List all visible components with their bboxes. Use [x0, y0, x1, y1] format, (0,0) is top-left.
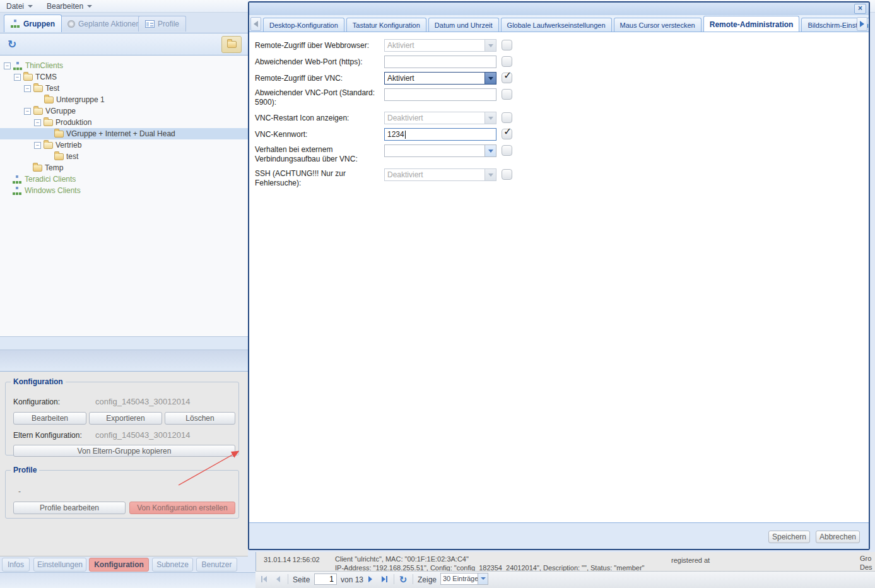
tree-item-vgruppe-internet-dual-head[interactable]: VGruppe + Internet + Dual Head: [0, 128, 248, 139]
tree-item-teradici-clients[interactable]: Teradici Clients: [0, 173, 248, 185]
web-port-input[interactable]: [384, 56, 496, 68]
tab-label: Maus Cursor verstecken: [620, 21, 695, 29]
tab-label: Remote-Administration: [710, 20, 794, 29]
copy-from-parent-label: Von Eltern-Gruppe kopieren: [78, 447, 172, 456]
previous-page-button[interactable]: [273, 574, 284, 584]
org-chart-icon: [13, 187, 22, 195]
tab-geplante-aktionen[interactable]: Geplante Aktionen: [61, 16, 147, 32]
collapse-icon[interactable]: −: [24, 85, 31, 92]
vnc-verhalten-select[interactable]: [384, 144, 496, 157]
tab-maus-cursor-verstecken[interactable]: Maus Cursor verstecken: [614, 18, 702, 32]
remote-vnc-select[interactable]: Aktiviert: [384, 72, 496, 85]
tab-datum-und-uhrzeit[interactable]: Datum und Uhrzeit: [428, 18, 499, 32]
tree-item-vgruppe[interactable]: − VGruppe: [0, 105, 248, 117]
vnc-password-override-checkbox[interactable]: ✓: [502, 129, 512, 139]
chevron-down-icon[interactable]: [478, 573, 488, 584]
dialog-title-bar: [249, 3, 869, 15]
tab-konfiguration-label: Konfiguration: [94, 560, 144, 569]
separator: [394, 574, 394, 584]
collapse-icon[interactable]: −: [4, 62, 11, 69]
folder-icon: [227, 41, 237, 48]
show-label: Zeige: [418, 575, 437, 584]
tab-scroll-right-button[interactable]: [857, 17, 867, 31]
new-group-button[interactable]: [221, 36, 242, 53]
text-cursor: [405, 131, 406, 139]
abbrechen-button[interactable]: Abbrechen: [816, 531, 860, 543]
vnc-restart-override-checkbox[interactable]: [502, 112, 512, 123]
vnc-verhalten-override-checkbox[interactable]: [502, 145, 512, 156]
page-number-input[interactable]: [314, 573, 337, 585]
chevron-down-icon[interactable]: [484, 145, 496, 156]
profile-bearbeiten-button[interactable]: Profile bearbeiten: [13, 502, 126, 514]
remote-webbrowser-override-checkbox[interactable]: [502, 40, 512, 50]
tree-item-test-leaf[interactable]: test: [0, 151, 248, 162]
tree-item-thinclients[interactable]: − ThinClients: [0, 60, 248, 71]
parent-config-value: config_145043_30012014: [95, 430, 190, 440]
bearbeiten-button[interactable]: Bearbeiten: [13, 412, 86, 425]
close-button[interactable]: ×: [854, 4, 866, 14]
collapse-icon[interactable]: −: [14, 74, 21, 81]
tab-globale-laufwerkseinstellungen[interactable]: Globale Laufwerkseinstellungen: [501, 18, 612, 32]
web-port-override-checkbox[interactable]: [502, 56, 512, 67]
collapse-icon[interactable]: −: [34, 119, 41, 126]
folder-icon: [33, 165, 42, 172]
org-chart-icon: [13, 62, 23, 70]
tree-item-vertrieb[interactable]: − Vertrieb: [0, 139, 248, 151]
page-size-select[interactable]: 30 Einträge: [440, 573, 488, 585]
tab-infos[interactable]: Infos: [2, 558, 30, 572]
tab-konfiguration[interactable]: Konfiguration: [89, 558, 149, 572]
reload-list-button[interactable]: ↻: [397, 574, 409, 584]
profile-placeholder: -: [18, 487, 21, 496]
page-label: Seite: [293, 575, 310, 584]
tab-label: Globale Laufwerkseinstellungen: [507, 21, 606, 29]
copy-from-parent-button[interactable]: Von Eltern-Gruppe kopieren: [13, 445, 235, 457]
tree-item-test[interactable]: − Test: [0, 83, 248, 94]
tab-remote-administration[interactable]: Remote-Administration: [703, 16, 800, 32]
refresh-button[interactable]: ↻: [4, 36, 20, 52]
speichern-button[interactable]: Speichern: [768, 531, 810, 543]
von-konfiguration-erstellen-button[interactable]: Von Konfiguration erstellen: [129, 502, 235, 514]
tab-subnetze[interactable]: Subnetze: [152, 558, 193, 572]
tree-item-tcms[interactable]: − TCMS: [0, 71, 248, 83]
panel-splitter[interactable]: [0, 336, 248, 350]
tab-gruppen[interactable]: Gruppen: [4, 15, 62, 32]
vnc-port-override-checkbox[interactable]: [502, 89, 512, 100]
application-window: Datei Bearbeiten Gruppen Geplante Aktion…: [0, 0, 875, 588]
chevron-down-icon[interactable]: [484, 169, 496, 180]
ssh-select[interactable]: Deaktiviert: [384, 168, 496, 181]
tree-item-produktion[interactable]: − Produktion: [0, 117, 248, 128]
tab-label: Desktop-Konfiguration: [269, 21, 338, 29]
first-page-button[interactable]: [258, 574, 269, 584]
menu-bearbeiten[interactable]: Bearbeiten: [47, 2, 92, 11]
ssh-override-checkbox[interactable]: [502, 169, 512, 180]
tab-einstellungen[interactable]: Einstellungen: [33, 558, 86, 572]
last-page-button[interactable]: [379, 574, 390, 584]
tab-tastatur-konfiguration[interactable]: Tastatur Konfiguration: [346, 18, 426, 32]
loeschen-button[interactable]: Löschen: [165, 412, 235, 425]
field-label-ssh: SSH (ACHTUNG!!! Nur zur Fehlersuche):: [255, 169, 382, 188]
chevron-down-icon[interactable]: [484, 112, 496, 124]
tree-item-label: VGruppe + Internet + Dual Head: [66, 129, 175, 138]
tab-benutzer[interactable]: Benutzer: [196, 558, 237, 572]
tab-profile[interactable]: Profile: [138, 16, 186, 32]
vnc-port-input[interactable]: [384, 88, 496, 101]
tab-desktop-konfiguration[interactable]: Desktop-Konfiguration: [263, 18, 344, 32]
remote-webbrowser-select[interactable]: Aktiviert: [384, 39, 496, 52]
collapsed-panel-header[interactable]: [0, 350, 248, 372]
next-page-button[interactable]: [365, 574, 376, 584]
chevron-down-icon[interactable]: [484, 73, 496, 84]
tree-item-windows-clients[interactable]: Windows Clients: [0, 185, 248, 196]
profile-legend: Profile: [11, 466, 39, 474]
chevron-down-icon[interactable]: [484, 40, 496, 51]
collapse-icon[interactable]: −: [34, 142, 41, 149]
tab-scroll-left-button[interactable]: [250, 17, 261, 31]
exportieren-button[interactable]: Exportieren: [89, 412, 162, 425]
tree-item-untergruppe-1[interactable]: Untergruppe 1: [0, 94, 248, 105]
collapse-icon[interactable]: −: [24, 108, 31, 115]
remote-vnc-override-checkbox[interactable]: ✓: [502, 73, 512, 83]
menu-datei[interactable]: Datei: [6, 2, 33, 11]
vnc-password-input[interactable]: 1234: [384, 128, 496, 141]
field-label-web-port: Abweichender Web-Port (https):: [255, 57, 382, 67]
tree-item-temp[interactable]: Temp: [0, 162, 248, 173]
vnc-restart-icon-select[interactable]: Deaktiviert: [384, 112, 496, 124]
